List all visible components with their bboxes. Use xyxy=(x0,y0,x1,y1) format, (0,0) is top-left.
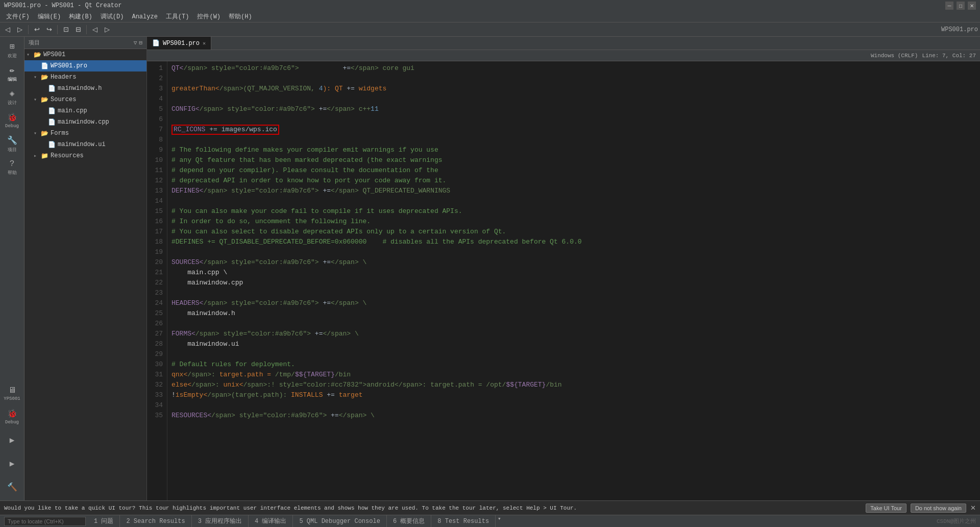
sidebar-item-help[interactable]: ? 帮助 xyxy=(1,156,23,179)
code-line-3[interactable]: greaterThan</span>(QT_MAJOR_VERSION, 4):… xyxy=(172,84,976,94)
bottom-tab-test[interactable]: 8 Test Results xyxy=(431,515,496,527)
menu-analyze[interactable]: Analyze xyxy=(128,11,161,22)
maximize-button[interactable]: □ xyxy=(957,2,965,10)
code-line-7[interactable]: RC_ICONS += images/wps.ico xyxy=(172,125,976,135)
bottom-tab-issues[interactable]: 1 问题 xyxy=(88,515,120,527)
sidebar-item-build-run[interactable]: 🔨 xyxy=(1,476,23,498)
code-line-17[interactable]: # You can also select to disable depreca… xyxy=(172,227,976,237)
menu-controls[interactable]: 控件(W) xyxy=(193,11,225,22)
bottom-tab-summary[interactable]: 6 概要信息 xyxy=(387,515,431,527)
tree-item-root[interactable]: ▾📂WPS001 xyxy=(24,49,146,60)
code-line-29[interactable] xyxy=(172,349,976,360)
toolbar-bookmark[interactable]: ⊡ xyxy=(60,24,71,35)
bottom-tab-arrow[interactable]: ▾ xyxy=(498,515,501,527)
bottom-tab-app-output[interactable]: 3 应用程序输出 xyxy=(192,515,249,527)
toolbar-bookmark2[interactable]: ⊟ xyxy=(72,24,84,35)
bottom-tab-compile[interactable]: 4 编译输出 xyxy=(249,515,293,527)
sidebar-item-welcome[interactable]: ⊞ 欢迎 xyxy=(1,39,23,61)
menu-tools[interactable]: 工具(T) xyxy=(162,11,193,22)
menu-file[interactable]: 文件(F) xyxy=(2,11,34,22)
code-line-4[interactable] xyxy=(172,94,976,104)
file-tree: ▾📂WPS001📄WPS001.pro▾📂Headers📄mainwindow.… xyxy=(24,49,146,161)
projects-icon: 🔧 xyxy=(7,135,17,146)
tree-item-pro[interactable]: 📄WPS001.pro xyxy=(24,60,146,71)
sidebar-item-debug2[interactable]: 🐞 Debug xyxy=(1,405,23,428)
toolbar-undo[interactable]: ↩ xyxy=(31,24,42,35)
close-button[interactable]: ✕ xyxy=(968,2,976,10)
code-line-25[interactable]: mainwindow.h xyxy=(172,308,976,319)
code-line-5[interactable]: CONFIG</span> style="color:#a9b7c6"> +=<… xyxy=(172,104,976,114)
code-line-18[interactable]: #DEFINES += QT_DISABLE_DEPRECATED_BEFORE… xyxy=(172,237,976,247)
code-line-19[interactable] xyxy=(172,247,976,257)
code-line-20[interactable]: SOURCES</span> style="color:#a9b7c6"> +=… xyxy=(172,257,976,268)
menu-debug[interactable]: 调试(D) xyxy=(96,11,128,22)
sidebar-item-edit[interactable]: ✏ 编辑 xyxy=(1,62,23,85)
code-line-23[interactable] xyxy=(172,288,976,298)
toolbar-file-path: WPS001.pro xyxy=(941,26,978,33)
code-line-1[interactable]: QT</span> style="color:#a9b7c6"> +=</spa… xyxy=(172,63,976,74)
tab-close-btn[interactable]: ✕ xyxy=(203,40,206,46)
code-line-32[interactable]: else</span>: unix</span>:! style="color:… xyxy=(172,380,976,390)
tree-item-mainwindow-ui[interactable]: 📄mainwindow.ui xyxy=(24,139,146,150)
line-number-5: 5 xyxy=(149,104,163,114)
debug-icon: 🐞 xyxy=(7,112,17,123)
sidebar-item-device[interactable]: 🖥 YPS001 xyxy=(1,382,23,404)
sidebar-item-run2[interactable]: ▶ xyxy=(1,452,23,475)
tree-item-forms[interactable]: ▾📂Forms xyxy=(24,128,146,139)
do-not-show-button[interactable]: Do not show again xyxy=(911,504,966,513)
toolbar-next[interactable]: ▷ xyxy=(102,24,113,35)
code-line-33[interactable]: !isEmpty</span>(target.path): INSTALLS +… xyxy=(172,390,976,400)
code-line-28[interactable]: mainwindow.ui xyxy=(172,339,976,349)
code-line-6[interactable] xyxy=(172,114,976,125)
tour-close-button[interactable]: ✕ xyxy=(970,504,976,512)
code-line-11[interactable]: # depend on your compiler). Please consu… xyxy=(172,165,976,176)
menu-edit[interactable]: 编辑(E) xyxy=(34,11,65,22)
tree-item-resources[interactable]: ▸📁Resources xyxy=(24,150,146,161)
menu-help[interactable]: 帮助(H) xyxy=(225,11,256,22)
toolbar-back[interactable]: ◁ xyxy=(2,24,13,35)
code-line-10[interactable]: # any Qt feature that has been marked de… xyxy=(172,155,976,165)
tree-item-main-cpp[interactable]: 📄main.cpp xyxy=(24,105,146,116)
code-line-15[interactable]: # You can also make your code fail to co… xyxy=(172,206,976,217)
sidebar-item-debug-label: Debug xyxy=(5,124,19,129)
code-line-30[interactable]: # Default rules for deployment. xyxy=(172,360,976,370)
sidebar-collapse-btn[interactable]: ⊟ xyxy=(139,39,142,46)
bottom-tab-qml[interactable]: 5 QML Debugger Console xyxy=(293,515,386,527)
code-line-24[interactable]: HEADERS</span> style="color:#a9b7c6"> +=… xyxy=(172,298,976,308)
sidebar-item-debug[interactable]: 🐞 Debug xyxy=(1,109,23,132)
code-editor[interactable]: 1234567891011121314151617181920212223242… xyxy=(147,61,980,500)
minimize-button[interactable]: ─ xyxy=(945,2,953,10)
code-line-13[interactable]: DEFINES</span> style="color:#a9b7c6"> +=… xyxy=(172,186,976,196)
sidebar-filter-btn[interactable]: ▽ xyxy=(134,39,137,46)
sidebar-item-projects[interactable]: 🔧 项目 xyxy=(1,133,23,155)
sidebar-item-design[interactable]: ◈ 设计 xyxy=(1,86,23,108)
code-line-26[interactable] xyxy=(172,319,976,329)
bottom-tab-search[interactable]: 2 Search Results xyxy=(120,515,191,527)
code-line-22[interactable]: mainwindow.cpp xyxy=(172,278,976,288)
tree-item-mainwindow-cpp[interactable]: 📄mainwindow.cpp xyxy=(24,116,146,128)
toolbar-prev[interactable]: ◁ xyxy=(89,24,101,35)
tree-item-sources[interactable]: ▾📂Sources xyxy=(24,94,146,105)
code-line-2[interactable] xyxy=(172,74,976,84)
menu-build[interactable]: 构建(B) xyxy=(65,11,96,22)
sidebar-item-run[interactable]: ▶ xyxy=(1,429,23,451)
code-line-9[interactable]: # The following define makes your compil… xyxy=(172,145,976,155)
tree-item-mainwindow-h[interactable]: 📄mainwindow.h xyxy=(24,83,146,94)
code-line-34[interactable] xyxy=(172,400,976,411)
code-line-12[interactable]: # deprecated API in order to know how to… xyxy=(172,176,976,186)
code-line-31[interactable]: qnx</span>: target.path = /tmp/$${TARGET… xyxy=(172,370,976,380)
toolbar-redo[interactable]: ↪ xyxy=(43,24,55,35)
code-line-16[interactable]: # In order to do so, uncomment the follo… xyxy=(172,217,976,227)
locate-input[interactable] xyxy=(4,517,86,526)
tree-label-mainwindow-cpp: mainwindow.cpp xyxy=(58,118,109,126)
code-line-27[interactable]: FORMS</span> style="color:#a9b7c6"> +=</… xyxy=(172,329,976,339)
code-content[interactable]: QT</span> style="color:#a9b7c6"> +=</spa… xyxy=(167,61,980,500)
code-line-8[interactable] xyxy=(172,135,976,145)
code-line-14[interactable] xyxy=(172,196,976,206)
code-line-21[interactable]: main.cpp \ xyxy=(172,268,976,278)
take-tour-button[interactable]: Take UI Tour xyxy=(866,504,906,513)
tree-item-headers[interactable]: ▾📂Headers xyxy=(24,71,146,83)
code-line-35[interactable]: RESOURCES</span> style="color:#a9b7c6"> … xyxy=(172,411,976,421)
toolbar-forward[interactable]: ▷ xyxy=(14,24,26,35)
tab-wps001pro[interactable]: 📄 WPS001.pro ✕ xyxy=(147,37,211,50)
